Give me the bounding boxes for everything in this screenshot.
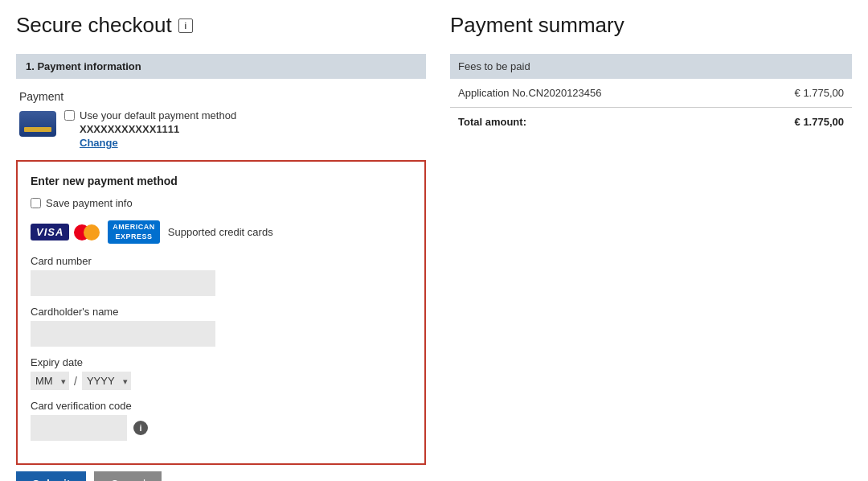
change-link[interactable]: Change	[80, 137, 236, 149]
summary-total-row: Total amount: € 1.775,00	[450, 108, 852, 137]
new-payment-box: Enter new payment method Save payment in…	[16, 160, 426, 465]
summary-header-row: Fees to be paid	[450, 54, 852, 79]
cancel-button[interactable]: Cancel	[94, 471, 162, 481]
total-label: Total amount:	[450, 108, 735, 137]
cardholder-name-input[interactable]	[31, 321, 215, 347]
month-select[interactable]: MM 010203 040506 070809 101112	[31, 372, 69, 390]
use-default-label: Use your default payment method	[80, 109, 236, 121]
application-amount: € 1.775,00	[735, 79, 852, 108]
payment-summary-title: Payment summary	[450, 13, 852, 38]
summary-table: Fees to be paid Application No.CN2020123…	[450, 54, 852, 136]
default-payment-info: Use your default payment method XXXXXXXX…	[64, 109, 236, 149]
month-select-wrapper: MM 010203 040506 070809 101112	[31, 372, 69, 390]
new-payment-title: Enter new payment method	[31, 175, 411, 187]
fees-header: Fees to be paid	[450, 54, 735, 79]
expiry-separator: /	[74, 375, 77, 388]
supported-cards-label: Supported credit cards	[168, 226, 273, 238]
expiry-date-label: Expiry date	[31, 356, 411, 368]
submit-button[interactable]: Submit	[16, 471, 86, 481]
cardholder-name-label: Cardholder's name	[31, 306, 411, 318]
card-icon	[19, 111, 56, 137]
mastercard-logo	[74, 223, 103, 242]
page-title: Secure checkout i	[16, 13, 426, 38]
page-title-text: Secure checkout	[16, 13, 172, 38]
payment-label: Payment	[16, 90, 426, 103]
expiry-date-group: Expiry date MM 010203 040506 070809 1011…	[31, 356, 411, 390]
cvv-info-icon[interactable]: i	[133, 421, 148, 435]
cvv-group: Card verification code i	[31, 400, 411, 441]
section-header: 1. Payment information	[16, 54, 426, 79]
cvv-label: Card verification code	[31, 400, 411, 412]
cvv-input[interactable]	[31, 415, 127, 441]
info-icon[interactable]: i	[178, 18, 193, 33]
visa-logo: VISA	[31, 224, 69, 240]
right-panel: Payment summary Fees to be paid Applicat…	[450, 13, 852, 136]
amex-logo: AMERICANEXPRESS	[108, 220, 160, 244]
card-number-label: Card number	[31, 255, 411, 267]
save-payment-row: Save payment info	[31, 197, 411, 209]
year-select[interactable]: YYYY 202420252026 202720282029 2030	[82, 372, 131, 390]
cvv-row: i	[31, 415, 411, 441]
mc-circle-right	[84, 224, 100, 240]
bottom-buttons: Submit Cancel	[16, 471, 426, 481]
card-number-input[interactable]	[31, 270, 215, 296]
default-payment-check-row: Use your default payment method	[64, 109, 236, 121]
card-number-masked: XXXXXXXXXXX1111	[80, 123, 236, 135]
application-label: Application No.CN2020123456	[450, 79, 735, 108]
cardholder-name-group: Cardholder's name	[31, 306, 411, 347]
card-number-group: Card number	[31, 255, 411, 296]
total-amount: € 1.775,00	[735, 108, 852, 137]
summary-application-row: Application No.CN2020123456 € 1.775,00	[450, 79, 852, 108]
left-panel: Secure checkout i 1. Payment information…	[16, 13, 426, 481]
card-brands-row: VISA AMERICANEXPRESS Supported credit ca…	[31, 220, 411, 244]
default-payment-row: Use your default payment method XXXXXXXX…	[16, 109, 426, 149]
save-payment-label: Save payment info	[46, 197, 133, 209]
save-payment-checkbox[interactable]	[31, 198, 41, 208]
year-select-wrapper: YYYY 202420252026 202720282029 2030	[82, 372, 131, 390]
expiry-row: MM 010203 040506 070809 101112 / YYYY 20…	[31, 372, 411, 390]
use-default-checkbox[interactable]	[64, 110, 75, 121]
